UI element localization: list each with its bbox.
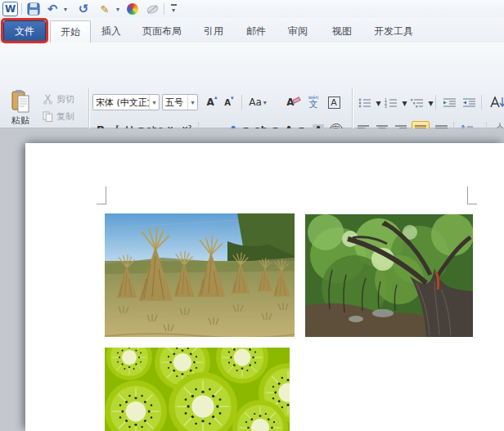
copy-icon [43, 111, 53, 122]
phonetic-guide-button[interactable]: wén 文 [304, 92, 323, 111]
customize-qat-button[interactable]: ▾ [168, 2, 179, 16]
font-size-combo[interactable]: 五号 ▾ [162, 94, 198, 110]
color-sphere-icon [127, 3, 138, 15]
phonetic-base: 文 [309, 100, 318, 109]
kiwi-slices-photo[interactable] [105, 348, 290, 431]
numbering-icon: 123 [385, 97, 398, 109]
colors-button[interactable] [126, 2, 139, 16]
eraser-icon [146, 3, 159, 16]
font-size-value: 五号 [163, 97, 187, 109]
undo-button[interactable]: ↶ [46, 2, 59, 16]
divider [481, 95, 482, 110]
tab-references[interactable]: 引用 [194, 20, 233, 43]
svg-text:3: 3 [385, 104, 387, 109]
margin-mark-top-right [467, 186, 477, 204]
tab-review[interactable]: 审阅 [278, 20, 317, 43]
ribbon: 粘贴 ▾ 剪切 复制 格式刷 剪贴板 [0, 43, 504, 128]
shrink-font-button[interactable]: A ▾ [222, 95, 236, 110]
paste-clipboard-icon [11, 90, 29, 113]
tab-insert[interactable]: 插入 [92, 20, 130, 43]
down-arrow-icon: ▾ [231, 95, 234, 101]
ribbon-tab-bar: 文件 开始 插入 页面布局 引用 邮件 审阅 视图 开发工具 [0, 18, 504, 43]
copy-label: 复制 [56, 110, 74, 123]
pens-button[interactable]: ✎ [98, 2, 111, 16]
shrink-font-glyph: A [224, 98, 231, 107]
word-logo-icon[interactable]: W [2, 2, 18, 16]
tab-file[interactable]: 文件 [3, 20, 46, 43]
sort-button[interactable] [486, 93, 504, 110]
character-border-glyph: A [328, 97, 340, 109]
chevron-down-icon: ▾ [263, 99, 267, 106]
numbering-dropdown-icon[interactable]: ▾ [401, 95, 408, 110]
grow-font-glyph: A [207, 97, 214, 108]
divider [435, 95, 436, 110]
change-case-button[interactable]: Aa ▾ [245, 94, 270, 110]
eraser-button[interactable] [145, 2, 160, 16]
cut-label: 剪切 [56, 93, 74, 106]
grow-font-button[interactable]: A ▴ [204, 94, 220, 110]
multilevel-dropdown-icon[interactable]: ▾ [427, 95, 434, 110]
word-window: W ↶ ▾ ↺ ✎ ▾ ▾ 文件 开始 [0, 0, 504, 431]
overbar-icon [171, 4, 177, 6]
tab-view[interactable]: 视图 [322, 20, 362, 43]
character-border-button[interactable]: A [326, 95, 342, 110]
bullets-icon [358, 97, 371, 109]
decrease-indent-icon [443, 97, 457, 109]
up-arrow-icon: ▴ [214, 94, 218, 101]
chevron-down-icon: ▾ [172, 7, 175, 14]
copy-button[interactable]: 复制 [43, 110, 74, 123]
change-case-glyph: Aa [249, 97, 262, 108]
pens-dropdown-icon[interactable]: ▾ [115, 2, 121, 16]
tab-developer[interactable]: 开发工具 [365, 20, 422, 43]
bullets-dropdown-icon[interactable]: ▾ [375, 95, 382, 110]
old-tree-forest-photo[interactable] [305, 214, 473, 337]
divider [21, 3, 22, 15]
divider [241, 95, 242, 110]
font-name-combo[interactable]: 宋体 (中文正文 ▾ [92, 94, 160, 110]
divider [164, 3, 164, 15]
multilevel-list-button[interactable] [409, 95, 425, 110]
tab-page-layout[interactable]: 页面布局 [132, 20, 192, 43]
document-area: 百科全说 助你轻松解决 [0, 128, 504, 431]
numbering-button[interactable]: 123 [383, 95, 399, 110]
chevron-down-icon[interactable]: ▾ [149, 95, 159, 110]
margin-mark-top-left [97, 186, 106, 204]
sort-icon [489, 96, 504, 109]
undo-dropdown-icon[interactable]: ▾ [62, 2, 69, 16]
save-button[interactable] [26, 2, 41, 16]
decrease-indent-button[interactable] [440, 95, 458, 110]
rice-straw-stacks-photo[interactable] [105, 213, 295, 337]
redo-button[interactable]: ↺ [77, 2, 90, 16]
clear-formatting-button[interactable]: A [281, 94, 300, 110]
chevron-down-icon[interactable]: ▾ [187, 95, 197, 110]
multilevel-list-icon [411, 97, 424, 109]
quick-access-toolbar: W ↶ ▾ ↺ ✎ ▾ ▾ [0, 0, 504, 18]
bullets-button[interactable] [357, 95, 373, 110]
scissors-icon [43, 94, 53, 105]
font-name-value: 宋体 (中文正文 [93, 97, 149, 109]
save-icon [27, 2, 40, 16]
tab-mailings[interactable]: 邮件 [236, 20, 276, 43]
increase-indent-button[interactable] [460, 95, 478, 110]
increase-indent-icon [462, 97, 476, 109]
tab-home[interactable]: 开始 [50, 20, 91, 43]
paste-label: 粘贴 [11, 114, 29, 127]
cut-button[interactable]: 剪切 [43, 93, 74, 106]
